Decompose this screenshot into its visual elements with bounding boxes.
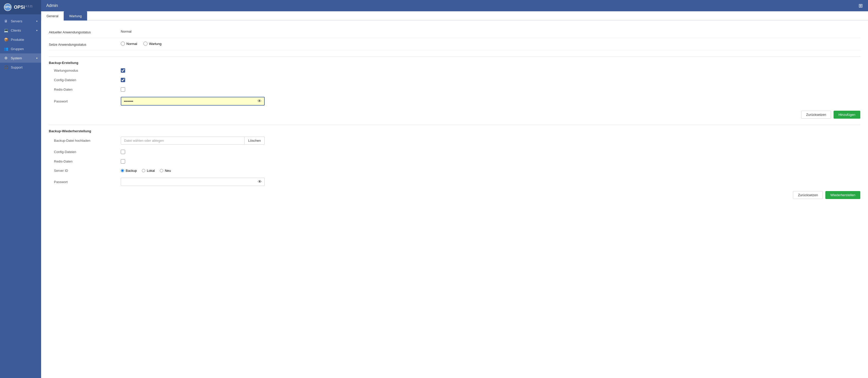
chevron-icon-system: ▾ — [36, 57, 37, 60]
wartungsmodus-label: Wartungsmodus — [49, 69, 121, 72]
grid-icon[interactable]: ⊞ — [859, 3, 863, 9]
backup-restore-block: Backup-Wiederherstellung Backup-Datei ho… — [49, 125, 860, 203]
server-id-row: Server ID Backup Lokal Neu — [49, 166, 860, 175]
current-status-label: Aktueller Anwendungsstatus — [49, 29, 121, 34]
backup-datei-row: Backup-Datei hochladen Datei wählen oder… — [49, 134, 860, 147]
sidebar-item-support[interactable]: 🎧 Support — [0, 63, 41, 72]
redis-daten2-row: Redis-Daten — [49, 157, 860, 166]
passwort-input[interactable] — [121, 98, 255, 105]
hinzufuegen-button[interactable]: Hinzufügen — [834, 111, 860, 118]
config-dateien2-label: Config-Dateien — [49, 150, 121, 154]
sidebar-item-label-support: Support — [11, 66, 23, 69]
current-status-row: Aktueller Anwendungsstatus Normal — [49, 26, 860, 38]
support-icon: 🎧 — [4, 65, 8, 69]
loeschen-button[interactable]: Löschen — [245, 137, 265, 145]
sidebar-item-clients[interactable]: 💻 Clients ▾ — [0, 26, 41, 35]
sidebar-item-gruppen[interactable]: 👥 Gruppen — [0, 44, 41, 54]
redis-daten2-checkbox[interactable] — [121, 159, 125, 164]
redis-daten-checkbox[interactable] — [121, 87, 125, 92]
sidebar-item-label-servers: Servers — [11, 19, 22, 23]
system-icon: ⚙ — [4, 56, 8, 60]
radio-backup-input[interactable] — [121, 169, 124, 172]
radio-wartung-input[interactable] — [144, 42, 148, 46]
radio-lokal-input[interactable] — [142, 169, 145, 172]
main-wrapper: Admin ⊞ General Wartung Aktueller Anwend… — [41, 0, 868, 378]
config-dateien-checkbox[interactable] — [121, 78, 125, 82]
zuruecksetzen2-button[interactable]: Zurücksetzen — [793, 191, 823, 199]
sidebar-item-label-system: System — [11, 56, 22, 60]
passwort2-input[interactable] — [121, 178, 255, 186]
config-dateien2-checkbox[interactable] — [121, 150, 125, 154]
produkte-icon: 📦 — [4, 37, 8, 42]
radio-neu[interactable]: Neu — [160, 169, 171, 173]
backup-restore-title: Backup-Wiederherstellung — [49, 129, 121, 133]
config-dateien-label: Config-Dateien — [49, 78, 121, 82]
passwort2-input-wrapper: 👁 — [121, 178, 265, 186]
passwort-input-wrapper: 👁 — [121, 97, 265, 106]
backup-creation-title: Backup-Erstellung — [49, 61, 121, 65]
restore-button-row: Zurücksetzen Wiederherstellen — [49, 188, 860, 203]
chevron-icon-servers: ▾ — [36, 20, 37, 23]
sidebar-item-label-produkte: Produkte — [11, 38, 24, 42]
file-upload-wrapper: Datei wählen oder ablegen Löschen — [121, 137, 265, 145]
radio-wartung-label: Wartung — [149, 42, 162, 46]
redis-daten-label: Redis-Daten — [49, 88, 121, 92]
sidebar-item-label-gruppen: Gruppen — [11, 47, 24, 51]
app-title: OPSi — [14, 5, 25, 10]
config-dateien-row: Config-Dateien — [49, 75, 860, 85]
opsi-logo: OPSi — [4, 3, 12, 11]
tab-general[interactable]: General — [41, 11, 64, 21]
wiederherstellen-button[interactable]: Wiederherstellen — [825, 191, 860, 199]
content-area: General Wartung Aktueller Anwendungsstat… — [41, 11, 868, 378]
clients-icon: 💻 — [4, 28, 8, 32]
radio-lokal-label: Lokal — [147, 169, 155, 173]
backup-datei-label: Backup-Datei hochladen — [49, 139, 121, 142]
tab-wartung[interactable]: Wartung — [64, 11, 87, 21]
backup-restore-header: Backup-Wiederherstellung — [49, 129, 860, 133]
app-version: 4.3.21 — [25, 5, 33, 8]
redis-daten-row: Redis-Daten — [49, 85, 860, 94]
servers-icon: 🖥 — [4, 19, 8, 23]
chevron-icon-clients: ▾ — [36, 29, 37, 32]
svg-text:OPSi: OPSi — [5, 6, 11, 8]
radio-normal-input[interactable] — [121, 42, 125, 46]
passwort-label: Passwort — [49, 99, 121, 103]
set-status-row: Setze Anwendungsstatus Normal Wartung — [49, 38, 860, 50]
wartungsmodus-checkbox[interactable] — [121, 68, 125, 73]
passwort2-row: Passwort 👁 — [49, 175, 860, 188]
sidebar-header: OPSi OPSi4.3.21 — [0, 0, 41, 14]
radio-backup[interactable]: Backup — [121, 169, 137, 173]
config-dateien2-row: Config-Dateien — [49, 147, 860, 157]
sidebar-item-servers[interactable]: 🖥 Servers ▾ — [0, 16, 41, 26]
wartungsmodus-row: Wartungsmodus — [49, 66, 860, 75]
radio-wartung[interactable]: Wartung — [144, 42, 162, 46]
form-content: Aktueller Anwendungsstatus Normal Setze … — [41, 21, 868, 208]
zuruecksetzen-button[interactable]: Zurücksetzen — [801, 111, 831, 118]
sidebar: OPSi OPSi4.3.21 🖥 Servers ▾ 💻 Clients ▾ … — [0, 0, 41, 378]
topbar-title: Admin — [46, 3, 58, 8]
radio-normal[interactable]: Normal — [121, 42, 137, 46]
server-id-label: Server ID — [49, 169, 121, 173]
passwort-row: Passwort 👁 — [49, 94, 860, 108]
backup-creation-block: Backup-Erstellung Wartungsmodus Config-D… — [49, 57, 860, 123]
backup-creation-header: Backup-Erstellung — [49, 61, 860, 65]
radio-neu-input[interactable] — [160, 169, 163, 172]
set-status-label: Setze Anwendungsstatus — [49, 42, 121, 46]
current-status-value: Normal — [121, 30, 131, 33]
set-status-radio-group: Normal Wartung — [121, 42, 860, 46]
sidebar-nav: 🖥 Servers ▾ 💻 Clients ▾ 📦 Produkte 👥 Gru… — [0, 14, 41, 378]
topbar: Admin ⊞ — [41, 0, 868, 11]
radio-backup-label: Backup — [126, 169, 137, 173]
redis-daten2-label: Redis-Daten — [49, 160, 121, 163]
file-upload-area[interactable]: Datei wählen oder ablegen — [121, 137, 245, 145]
sidebar-item-label-clients: Clients — [11, 29, 21, 32]
server-id-radio-group: Backup Lokal Neu — [121, 169, 171, 173]
radio-normal-label: Normal — [126, 42, 137, 46]
sidebar-item-produkte[interactable]: 📦 Produkte — [0, 35, 41, 44]
toggle-password-button[interactable]: 👁 — [255, 97, 264, 105]
sidebar-item-system[interactable]: ⚙ System ▾ — [0, 54, 41, 63]
radio-lokal[interactable]: Lokal — [142, 169, 155, 173]
spacer-1 — [49, 50, 860, 55]
toggle-password2-button[interactable]: 👁 — [255, 178, 265, 186]
radio-neu-label: Neu — [165, 169, 171, 173]
